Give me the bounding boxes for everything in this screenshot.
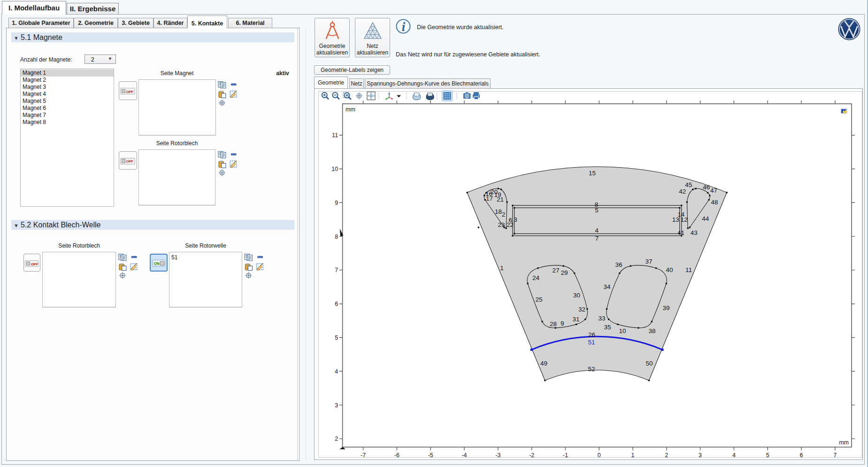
svg-text:9: 9 bbox=[335, 200, 338, 206]
svg-text:2: 2 bbox=[502, 211, 506, 218]
svg-text:25: 25 bbox=[535, 296, 542, 303]
svg-text:29: 29 bbox=[561, 269, 568, 276]
svg-text:-6: -6 bbox=[394, 452, 399, 458]
svg-text:5: 5 bbox=[766, 452, 769, 458]
svg-text:4: 4 bbox=[335, 368, 338, 375]
svg-text:18: 18 bbox=[495, 208, 502, 215]
svg-text:-3: -3 bbox=[495, 452, 500, 458]
svg-text:30: 30 bbox=[573, 292, 580, 299]
svg-text:10: 10 bbox=[331, 166, 338, 172]
svg-text:3: 3 bbox=[514, 216, 517, 223]
svg-text:44: 44 bbox=[702, 215, 709, 222]
svg-text:21: 21 bbox=[497, 196, 504, 203]
svg-text:51: 51 bbox=[588, 339, 595, 346]
svg-text:50: 50 bbox=[645, 360, 653, 367]
svg-text:35: 35 bbox=[604, 324, 611, 331]
svg-text:7: 7 bbox=[335, 267, 338, 273]
svg-text:-1: -1 bbox=[563, 452, 568, 458]
svg-text:5: 5 bbox=[595, 207, 599, 214]
svg-text:41: 41 bbox=[677, 229, 684, 236]
svg-text:10: 10 bbox=[619, 327, 626, 335]
svg-text:6: 6 bbox=[800, 452, 803, 458]
svg-text:42: 42 bbox=[679, 188, 686, 195]
svg-text:43: 43 bbox=[691, 229, 698, 236]
svg-text:-2: -2 bbox=[529, 452, 534, 458]
svg-text:36: 36 bbox=[615, 261, 622, 268]
svg-text:22: 22 bbox=[507, 221, 514, 228]
svg-text:40: 40 bbox=[666, 266, 673, 273]
svg-text:2: 2 bbox=[335, 436, 338, 442]
svg-text:49: 49 bbox=[540, 360, 547, 367]
svg-text:5: 5 bbox=[335, 335, 338, 341]
svg-text:-4: -4 bbox=[461, 452, 467, 458]
svg-text:11: 11 bbox=[685, 266, 692, 273]
svg-text:6: 6 bbox=[335, 301, 338, 307]
svg-text:mm: mm bbox=[839, 439, 849, 446]
svg-text:37: 37 bbox=[645, 258, 652, 265]
svg-text:32: 32 bbox=[578, 306, 585, 313]
svg-text:3: 3 bbox=[699, 452, 702, 458]
svg-text:38: 38 bbox=[648, 327, 655, 335]
svg-text:-5: -5 bbox=[428, 452, 433, 458]
svg-text:45: 45 bbox=[685, 181, 692, 188]
svg-text:27: 27 bbox=[552, 267, 559, 274]
svg-text:23: 23 bbox=[498, 221, 505, 228]
svg-text:7: 7 bbox=[595, 235, 599, 242]
svg-text:1: 1 bbox=[500, 265, 504, 272]
svg-text:0: 0 bbox=[598, 452, 601, 458]
svg-text:-7: -7 bbox=[361, 452, 366, 458]
svg-text:7: 7 bbox=[833, 452, 837, 458]
svg-text:1: 1 bbox=[631, 452, 635, 458]
svg-text:13: 13 bbox=[672, 216, 679, 223]
svg-text:3: 3 bbox=[335, 402, 338, 409]
svg-text:31: 31 bbox=[572, 316, 579, 323]
svg-text:47: 47 bbox=[710, 187, 717, 194]
svg-text:4: 4 bbox=[595, 227, 599, 234]
svg-text:9: 9 bbox=[561, 320, 564, 327]
svg-text:11: 11 bbox=[332, 132, 338, 139]
svg-text:34: 34 bbox=[603, 283, 611, 290]
svg-text:12: 12 bbox=[681, 216, 688, 223]
svg-text:i: i bbox=[402, 20, 406, 34]
svg-text:15: 15 bbox=[589, 170, 596, 177]
svg-text:46: 46 bbox=[703, 184, 710, 191]
svg-text:17: 17 bbox=[486, 195, 493, 202]
svg-text:52: 52 bbox=[588, 366, 595, 373]
svg-text:33: 33 bbox=[598, 315, 605, 322]
svg-text:8: 8 bbox=[335, 234, 338, 240]
svg-text:mm: mm bbox=[346, 106, 355, 113]
svg-text:2: 2 bbox=[665, 452, 668, 458]
svg-text:26: 26 bbox=[588, 331, 595, 338]
svg-text:24: 24 bbox=[532, 274, 540, 281]
svg-text:4: 4 bbox=[732, 452, 736, 458]
svg-text:39: 39 bbox=[662, 304, 669, 311]
svg-text:48: 48 bbox=[711, 199, 718, 206]
svg-text:28: 28 bbox=[550, 320, 557, 327]
